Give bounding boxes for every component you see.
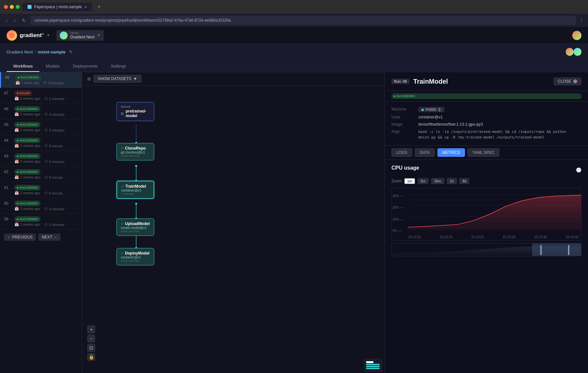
team-avatar <box>60 31 68 39</box>
zoom-all-button[interactable]: All <box>459 178 469 184</box>
zoom-1h-button[interactable]: 1h <box>447 178 457 184</box>
args-info-row: Args bash -c ls -la /inputs/pretrained-m… <box>391 128 581 141</box>
new-tab-button[interactable]: + <box>95 3 103 11</box>
dataset-icon: ⊟ <box>121 112 124 116</box>
run-list: 48 SUCCEEDED 📅 1 week ago ⏱ 3 minutes 47… <box>0 72 82 373</box>
zoom-out-button[interactable]: − <box>87 335 95 342</box>
breadcrumb-separator: / <box>35 50 36 54</box>
user-avatar[interactable] <box>572 31 581 40</box>
run-item[interactable]: 39 SUCCEEDED 📅 2 weeks ago ⏱ 3 minutes <box>0 214 82 230</box>
run-time-ago: 📅 2 weeks ago <box>14 112 40 116</box>
run-item[interactable]: 47 FAILED 📅 2 weeks ago ⏱ 2 minutes <box>0 88 82 104</box>
team-info: TEAM Gradient Next <box>70 31 94 39</box>
metrics-content: CPU usage 🕐 Zoom 1m 5m 30m 1h All 30% — <box>385 160 588 373</box>
run-item[interactable]: 43 SUCCEEDED 📅 2 weeks ago ⏱ 5 minutes <box>0 151 82 167</box>
run-item[interactable]: 44 SUCCEEDED 📅 2 weeks ago ⏱ 0 minute <box>0 135 82 151</box>
y-label-30: 30% — <box>392 194 403 198</box>
chevron-down-icon: ▼ <box>133 76 137 81</box>
logs-tab[interactable]: LOGS <box>391 148 412 157</box>
deploy-model-sub: container@v1 <box>121 256 150 259</box>
pagination: ← PREVIOUS NEXT → <box>0 230 82 245</box>
zoom-30m-button[interactable]: 30m <box>431 178 444 184</box>
back-button[interactable]: ‹ <box>4 17 10 24</box>
address-bar-input[interactable] <box>31 16 576 25</box>
close-window-dot[interactable] <box>4 5 8 9</box>
lock-button[interactable]: 🔒 <box>87 353 95 361</box>
prev-page-button[interactable]: ← PREVIOUS <box>4 234 36 241</box>
map-controls: + − ⊡ 🔒 <box>87 325 95 361</box>
active-tab[interactable]: Paperspace | mnist-sample ✕ <box>22 3 92 11</box>
zoom-1m-button[interactable]: 1m <box>404 178 415 184</box>
zoom-in-button[interactable]: + <box>87 325 95 333</box>
browser-settings-button[interactable]: ⋮ <box>579 17 584 24</box>
x-label-5: 16:13:35 <box>534 235 547 239</box>
show-datasets-button[interactable]: SHOW DATASETS ▼ <box>94 75 141 83</box>
edit-project-icon[interactable]: ✎ <box>69 49 73 54</box>
run-number: 43 <box>4 154 12 158</box>
detail-status-label: SUCCEEDED <box>396 94 415 98</box>
run-item[interactable]: 40 SUCCEEDED 📅 2 weeks ago ⏱ 3 minutes <box>0 198 82 214</box>
yaml-spec-tab[interactable]: YAML SPEC <box>468 148 499 157</box>
tab-close-icon[interactable]: ✕ <box>84 5 87 9</box>
tab-workflows[interactable]: Workflows <box>7 61 39 72</box>
uses-value: container@v1 <box>418 115 443 119</box>
machine-badge: ⏺ P4000 1 <box>418 107 444 112</box>
tab-models[interactable]: Models <box>39 61 66 72</box>
svg-point-8 <box>135 203 137 205</box>
breadcrumb-parent-link[interactable]: Gradient Next <box>7 50 33 54</box>
forward-button[interactable]: › <box>12 17 18 24</box>
status-badge: FAILED <box>14 91 32 96</box>
check-icon: ✓ <box>121 222 124 226</box>
run-duration: ⏱ 0 minute <box>44 191 63 195</box>
tab-deployments[interactable]: Deployments <box>66 61 104 72</box>
avatar-icon-1 <box>566 48 574 56</box>
upload-model-node[interactable]: ✓ UploadModel create-model@v1 a few seco… <box>116 218 154 236</box>
tab-settings[interactable]: Settings <box>104 61 133 72</box>
x-label-3: 16:13:25 <box>471 235 484 239</box>
status-badge: SUCCEEDED <box>14 217 40 222</box>
run-duration: ⏱ 0 minute <box>44 176 63 179</box>
close-button[interactable]: CLOSE <box>554 77 581 85</box>
metrics-tab[interactable]: METRICS <box>437 148 465 157</box>
machine-label: Machine <box>391 107 414 112</box>
run-time-ago: 📅 2 weeks ago <box>14 222 40 227</box>
zoom-5m-button[interactable]: 5m <box>418 178 429 184</box>
dataset-node[interactable]: dataset ⊟ pretrained-model <box>116 102 154 121</box>
timeline-container[interactable]: 16:12:00 16:12:30 16:13:00 16:13:... <box>391 243 581 256</box>
run-item[interactable]: 48 SUCCEEDED 📅 1 week ago ⏱ 3 minutes <box>0 72 82 88</box>
team-label: TEAM <box>70 31 94 35</box>
deploy-model-node[interactable]: ✓ DeployModel container@v1 a few seconds <box>116 248 154 265</box>
deploy-model-time: a few seconds <box>121 259 150 262</box>
app-container: gradient° ▼ TEAM Gradient Next ▼ Gradien… <box>0 27 588 373</box>
run-item[interactable]: 45 SUCCEEDED 📅 2 weeks ago ⏱ 3 minutes <box>0 119 82 135</box>
next-page-button[interactable]: NEXT → <box>38 234 60 241</box>
status-badge: SUCCEEDED <box>14 138 40 143</box>
run-item[interactable]: 46 SUCCEEDED 📅 2 weeks ago ⏱ 3 minutes <box>0 104 82 119</box>
machine-count: 1 <box>437 108 442 112</box>
clone-repo-node[interactable]: ✓ CloneRepo git checkout@v1 a few second… <box>116 143 154 160</box>
status-badge: SUCCEEDED <box>14 185 40 190</box>
train-model-node[interactable]: ✓ TrainModel container@v1 2 minutes <box>116 181 154 199</box>
args-label: Args <box>391 129 414 134</box>
team-selector[interactable]: TEAM Gradient Next ▼ <box>56 30 104 41</box>
minimize-window-dot[interactable] <box>10 5 14 9</box>
clone-repo-time: a few seconds <box>121 154 150 157</box>
run-badge-number: 48 <box>403 79 407 83</box>
run-duration: ⏱ 3 minutes <box>44 223 65 227</box>
logo-dropdown-icon[interactable]: ▼ <box>47 33 50 37</box>
canvas-area[interactable]: dataset ⊟ pretrained-model ✓ CloneRepo g… <box>82 86 385 373</box>
run-item[interactable]: 41 SUCCEEDED 📅 2 weeks ago ⏱ 0 minute <box>0 182 82 198</box>
fit-view-button[interactable]: ⊡ <box>87 344 95 352</box>
breadcrumb: Gradient Next / mnist-sample ✎ <box>0 44 588 56</box>
dataset-node-title: pretrained-model <box>126 109 150 118</box>
show-datasets-label: SHOW DATASETS <box>98 76 131 81</box>
run-time-ago: 📅 2 weeks ago <box>14 159 40 164</box>
run-item[interactable]: 42 SUCCEEDED 📅 2 weeks ago ⏱ 0 minute <box>0 167 82 182</box>
data-tab[interactable]: DATA <box>415 148 434 157</box>
zoom-label: Zoom <box>391 179 402 183</box>
run-time-ago: 📅 2 weeks ago <box>14 128 40 132</box>
reload-button[interactable]: ↻ <box>20 17 28 24</box>
mini-map-item <box>366 361 373 363</box>
maximize-window-dot[interactable] <box>16 5 20 9</box>
logo-icon <box>7 30 17 41</box>
